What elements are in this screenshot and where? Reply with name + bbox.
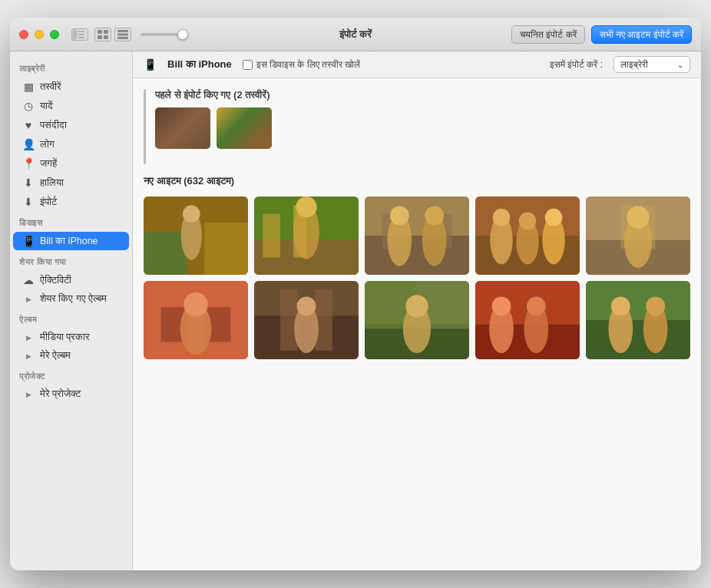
open-device-text: इस डिवाइस के लिए तस्वीर खोलें	[256, 59, 361, 70]
svg-point-71	[611, 296, 630, 315]
device-header: 📱 Bill का iPhone इस डिवाइस के लिए तस्वीर…	[133, 51, 701, 78]
open-device-label[interactable]: इस डिवाइस के लिए तस्वीर खोलें	[243, 59, 361, 70]
new-items-section: नए आइटम (632 आइटम)	[144, 175, 690, 359]
prev-imported-title: पहले से इंपोर्ट किए गए (2 तस्वीरें)	[155, 89, 690, 101]
sidebar-toggle-button[interactable]	[71, 28, 88, 41]
sidebar-item-my-albums[interactable]: ▶ मेरे ऐल्बम	[13, 347, 129, 365]
sidebar-my-albums-label: मेरे ऐल्बम	[40, 350, 71, 362]
titlebar: इंपोर्ट करें चयनित इंपोर्ट करें सभी नए आ…	[10, 18, 701, 51]
expand-media-icon: ▶	[22, 334, 35, 342]
new-items-title: नए आइटम (632 आइटम)	[144, 175, 690, 187]
svg-rect-10	[117, 37, 128, 39]
svg-point-27	[390, 206, 409, 225]
projects-section-label: प्रोजेक्ट	[10, 365, 132, 385]
sidebar-item-device-iphone[interactable]: 📱 Bill का iPhone	[13, 232, 129, 250]
svg-point-48	[184, 292, 208, 317]
svg-rect-0	[73, 30, 77, 39]
traffic-lights	[19, 30, 59, 39]
photos-icon: ▦	[22, 81, 35, 93]
new-photo-3[interactable]	[365, 197, 469, 275]
new-photo-6[interactable]	[144, 281, 248, 359]
import-to-label: इसमें इंपोर्ट करें :	[550, 59, 603, 70]
prev-imported-grid	[155, 107, 690, 149]
sidebar-places-label: जगहें	[40, 158, 57, 170]
sidebar-people-label: लोग	[40, 139, 55, 150]
places-icon: 📍	[22, 157, 35, 170]
main-content: लाइब्रेरी ▦ तस्वीरें ◷ यादें ♥ पसंदीदा 👤…	[10, 51, 701, 570]
zoom-slider[interactable]	[141, 33, 187, 36]
svg-point-37	[545, 209, 563, 226]
svg-rect-8	[117, 30, 128, 32]
device-header-name: Bill का iPhone	[167, 58, 232, 71]
section-divider-line	[144, 89, 146, 164]
sidebar-item-people[interactable]: 👤 लोग	[13, 135, 129, 154]
sidebar-item-places[interactable]: 📍 जगहें	[13, 154, 129, 173]
import-all-button[interactable]: सभी नए आइटम इंपोर्ट करें	[591, 25, 692, 44]
new-photo-9[interactable]	[475, 281, 580, 359]
prev-imported-content: पहले से इंपोर्ट किए गए (2 तस्वीरें)	[155, 89, 690, 164]
titlebar-controls	[71, 28, 187, 41]
new-photo-10[interactable]	[586, 281, 690, 359]
library-section-label: लाइब्रेरी	[10, 58, 132, 77]
new-photo-4[interactable]	[475, 197, 580, 275]
sidebar-item-favorites[interactable]: ♥ पसंदीदा	[13, 116, 129, 134]
new-photo-8[interactable]	[365, 281, 469, 359]
list-view-button[interactable]	[114, 28, 131, 41]
imports-icon: ⬇	[22, 196, 35, 208]
sidebar-item-memories[interactable]: ◷ यादें	[13, 97, 129, 115]
sidebar-media-types-label: मीडिया प्रकार	[40, 332, 90, 343]
main-window: इंपोर्ट करें चयनित इंपोर्ट करें सभी नए आ…	[10, 18, 701, 570]
svg-rect-23	[365, 197, 469, 236]
new-photo-2[interactable]	[254, 197, 359, 275]
sidebar-item-my-projects[interactable]: ▶ मेरे प्रोजेक्ट	[13, 385, 129, 403]
svg-rect-4	[98, 30, 102, 34]
grid-view-button[interactable]	[94, 28, 111, 41]
sidebar-device-label: Bill का iPhone	[40, 236, 98, 247]
prev-photo-1[interactable]	[155, 107, 210, 149]
svg-rect-5	[104, 30, 108, 34]
svg-point-54	[297, 296, 316, 315]
favorites-icon: ♥	[22, 119, 35, 131]
open-device-checkbox[interactable]	[243, 60, 253, 70]
shared-section-label: शेयर किया गया	[10, 251, 132, 270]
prev-imported-section: पहले से इंपोर्ट किए गए (2 तस्वीरें)	[144, 89, 690, 164]
sidebar-item-media-types[interactable]: ▶ मीडिया प्रकार	[13, 329, 129, 346]
photos-scroll-area[interactable]: पहले से इंपोर्ट किए गए (2 तस्वीरें) नए आ…	[133, 78, 701, 570]
expand-shared-icon: ▶	[22, 296, 35, 303]
svg-point-15	[183, 205, 200, 223]
new-photos-grid	[144, 197, 690, 359]
sidebar-my-projects-label: मेरे प्रोजेक्ट	[40, 388, 81, 400]
new-photo-7[interactable]	[254, 281, 359, 359]
maximize-button[interactable]	[50, 30, 59, 39]
new-photo-5[interactable]	[586, 197, 690, 275]
sidebar-item-shared-albums[interactable]: ▶ शेयर किए गए ऐल्बम	[13, 290, 129, 308]
svg-rect-13	[204, 223, 248, 275]
svg-point-66	[527, 296, 546, 315]
svg-point-42	[627, 206, 649, 228]
minimize-button[interactable]	[35, 30, 44, 39]
import-destination-dropdown[interactable]: लाइब्रेरी ⌄	[613, 56, 690, 73]
sidebar: लाइब्रेरी ▦ तस्वीरें ◷ यादें ♥ पसंदीदा 👤…	[10, 51, 133, 570]
sidebar-memories-label: यादें	[40, 101, 53, 112]
sidebar-item-imports[interactable]: ⬇ इंपोर्ट	[13, 193, 129, 211]
titlebar-right-buttons: चयनित इंपोर्ट करें सभी नए आइटम इंपोर्ट क…	[511, 25, 692, 44]
close-button[interactable]	[19, 30, 28, 39]
selected-import-button[interactable]: चयनित इंपोर्ट करें	[511, 25, 585, 44]
sidebar-item-activity[interactable]: ☁ ऐक्टिविटी	[13, 271, 129, 289]
view-buttons	[94, 28, 131, 41]
device-header-icon: 📱	[144, 58, 157, 71]
sidebar-recently-label: हालिया	[40, 177, 64, 189]
svg-point-35	[519, 212, 537, 230]
sidebar-item-recently[interactable]: ⬇ हालिया	[13, 173, 129, 192]
new-photo-1[interactable]	[144, 197, 248, 275]
svg-rect-6	[98, 35, 102, 39]
window-title: इंपोर्ट करें	[339, 28, 372, 41]
content-area: 📱 Bill का iPhone इस डिवाइस के लिए तस्वीर…	[133, 51, 701, 570]
recently-icon: ⬇	[22, 177, 35, 189]
dropdown-chevron-icon: ⌄	[677, 61, 683, 69]
albums-section-label: ऐल्बम	[10, 309, 132, 328]
sidebar-item-photos[interactable]: ▦ तस्वीरें	[13, 78, 129, 96]
memories-icon: ◷	[22, 100, 35, 112]
sidebar-imports-label: इंपोर्ट	[40, 197, 57, 208]
prev-photo-2[interactable]	[217, 107, 272, 149]
